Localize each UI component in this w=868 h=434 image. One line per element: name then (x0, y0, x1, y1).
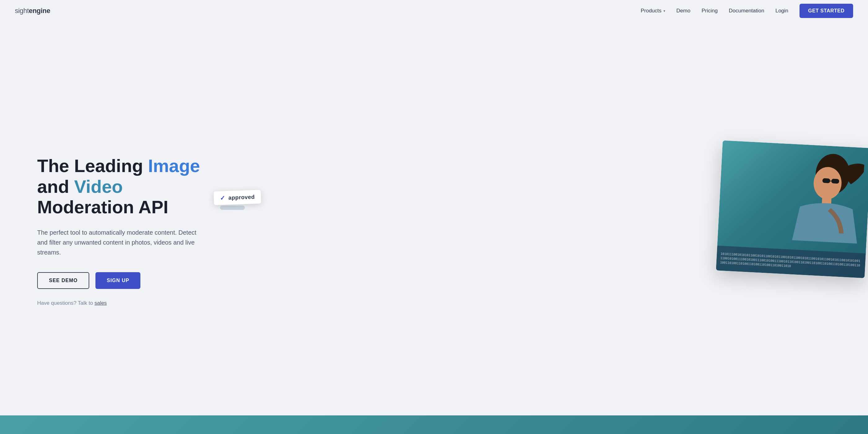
nav-login[interactable]: Login (775, 8, 788, 14)
hero-buttons: SEE DEMO SIGN UP (37, 272, 223, 289)
hero-title-part1: The Leading (37, 156, 148, 176)
main-nav: Products ▾ Demo Pricing Documentation Lo… (641, 4, 853, 18)
nav-products[interactable]: Products ▾ (641, 8, 665, 14)
nav-documentation[interactable]: Documentation (729, 8, 764, 14)
nav-pricing-label: Pricing (702, 8, 718, 14)
hero-title-part3: Moderation API (37, 197, 168, 217)
header: sightengine Products ▾ Demo Pricing Docu… (0, 0, 868, 22)
nav-documentation-label: Documentation (729, 8, 764, 14)
hero-sales-text: Have questions? Talk to sales (37, 300, 223, 306)
approved-badge: ✓ approved (214, 190, 261, 205)
hero-title-video: Video (74, 176, 123, 196)
sales-link[interactable]: sales (94, 300, 107, 306)
hero-title-part2: and (37, 176, 74, 196)
hero-section: The Leading Image and Video Moderation A… (0, 22, 868, 434)
approved-text: approved (228, 194, 255, 201)
nav-demo-label: Demo (677, 8, 690, 14)
person-illustration (767, 146, 865, 256)
hero-image-area: ✓ approved (223, 153, 853, 308)
nav-demo[interactable]: Demo (677, 8, 690, 14)
sign-up-button[interactable]: SIGN UP (95, 272, 141, 289)
hero-image-card: 1010111001010101100101011001010110010101… (716, 141, 868, 278)
svg-rect-4 (831, 179, 839, 184)
hero-title-image: Image (148, 156, 200, 176)
bottom-teal-bar (0, 415, 868, 434)
image-card-bg: 1010111001010101100101011001010110010101… (716, 141, 868, 278)
get-started-button[interactable]: GET STARTED (800, 4, 853, 18)
check-icon: ✓ (220, 194, 226, 202)
nav-products-label: Products (641, 8, 661, 14)
logo-sight: sight (15, 7, 29, 15)
binary-text: 1010111001010101100101011001010110010101… (720, 252, 862, 272)
see-demo-button[interactable]: SEE DEMO (37, 272, 89, 289)
logo-engine: engine (29, 7, 50, 15)
hero-subtitle: The perfect tool to automatically modera… (37, 227, 198, 257)
hero-content: The Leading Image and Video Moderation A… (37, 156, 223, 306)
svg-rect-3 (823, 178, 831, 183)
logo[interactable]: sightengine (15, 7, 50, 15)
chevron-down-icon: ▾ (663, 9, 665, 13)
gray-pill (220, 206, 245, 210)
nav-pricing[interactable]: Pricing (702, 8, 718, 14)
hero-title: The Leading Image and Video Moderation A… (37, 156, 223, 218)
